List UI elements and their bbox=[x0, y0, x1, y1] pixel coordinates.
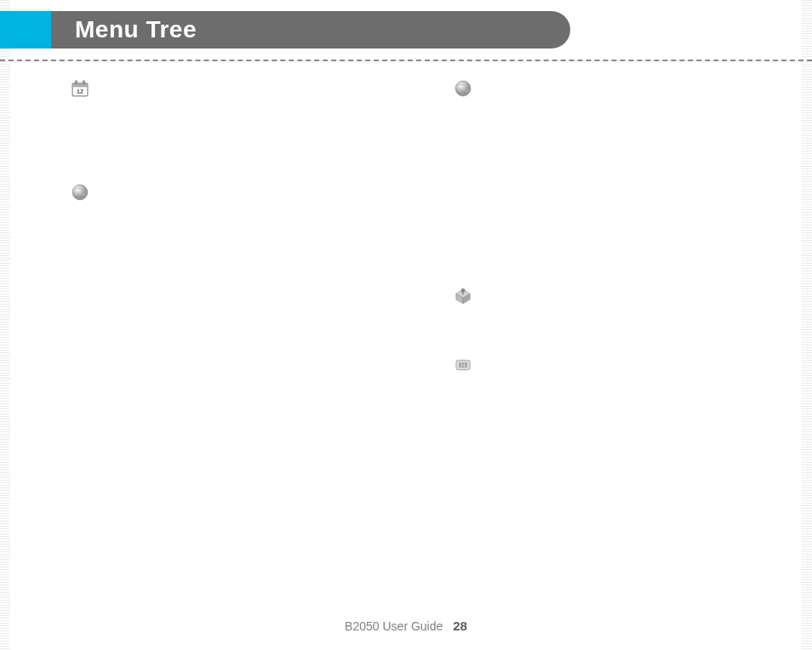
header-divider bbox=[0, 60, 812, 61]
section-items: 1T-Zones2Bookmarks3Go to URL4Settings bbox=[97, 211, 426, 280]
list-item: 4Picture bbox=[480, 158, 809, 175]
item-index: 8 bbox=[480, 227, 495, 244]
svg-rect-1 bbox=[72, 83, 88, 88]
globe-icon bbox=[451, 77, 475, 100]
item-label: Go to URL bbox=[112, 246, 164, 263]
page-number: 28 bbox=[453, 619, 467, 633]
section-header: *.Extras bbox=[451, 283, 809, 311]
calendar-icon: 12 bbox=[68, 77, 92, 100]
section-number: 8. bbox=[97, 180, 109, 197]
item-label: Picture bbox=[495, 158, 529, 175]
svg-rect-3 bbox=[83, 80, 84, 84]
item-label: Email bbox=[495, 227, 523, 244]
svg-point-5 bbox=[72, 185, 88, 200]
right-column: 9.t-zones1Home2Ringtone3Game4Picture5Spo… bbox=[451, 77, 809, 402]
item-index: 9 bbox=[480, 244, 495, 261]
menu-section: 0.SIM Tool Kit bbox=[451, 353, 809, 380]
svg-rect-8 bbox=[462, 291, 464, 295]
section-number: 9. bbox=[480, 77, 492, 94]
left-column: 127.Organiser1Calendar2To do list3Memo8.… bbox=[68, 77, 426, 302]
list-item: 2Ringtone bbox=[480, 124, 809, 141]
page-header: Menu Tree bbox=[0, 15, 812, 46]
section-items: 1Calendar2To do list3Memo bbox=[97, 107, 426, 158]
list-item: 3Go to URL bbox=[97, 246, 426, 263]
svg-rect-2 bbox=[75, 80, 77, 84]
list-item: 4Settings bbox=[97, 263, 426, 280]
section-number: 7. bbox=[97, 77, 109, 94]
menu-section: *.Extras1Games bbox=[451, 283, 809, 331]
svg-text:12: 12 bbox=[77, 88, 83, 95]
item-index: 2 bbox=[97, 229, 112, 246]
section-header: 8.Browser bbox=[68, 180, 426, 208]
section-header: 127.Organiser bbox=[68, 77, 426, 104]
footer-guide: B2050 User Guide bbox=[345, 619, 443, 633]
svg-point-6 bbox=[455, 81, 471, 96]
item-index: 5 bbox=[480, 176, 495, 193]
item-label: Sport bbox=[495, 176, 522, 193]
globe-icon bbox=[68, 180, 92, 204]
item-label: Connect bbox=[495, 244, 536, 261]
content-area: 127.Organiser1Calendar2To do list3Memo8.… bbox=[68, 77, 778, 599]
item-label: Game bbox=[495, 141, 525, 158]
list-item: 1Games bbox=[480, 314, 809, 331]
item-index: 2 bbox=[97, 124, 112, 141]
item-index: 4 bbox=[97, 263, 112, 280]
sim-icon bbox=[451, 353, 475, 377]
list-item: 1Home bbox=[480, 107, 809, 124]
footer: B2050 User Guide 28 bbox=[0, 619, 812, 633]
box-icon bbox=[451, 283, 475, 307]
item-index: 3 bbox=[97, 141, 112, 158]
section-items: 1Games bbox=[480, 314, 809, 331]
item-label: Home bbox=[495, 107, 525, 124]
page-title: Menu Tree bbox=[75, 16, 197, 43]
item-index: 3 bbox=[97, 246, 112, 263]
menu-section: 127.Organiser1Calendar2To do list3Memo bbox=[68, 77, 426, 158]
item-label: Settings bbox=[112, 263, 152, 280]
section-title: t-zones bbox=[497, 77, 548, 94]
svg-rect-10 bbox=[459, 362, 467, 368]
list-item: 5Sport bbox=[480, 176, 809, 193]
item-label: Calendar bbox=[112, 107, 157, 124]
header-accent bbox=[0, 11, 51, 48]
item-label: Horoscope bbox=[495, 210, 549, 227]
section-items: 1Home2Ringtone3Game4Picture5Sport6News7H… bbox=[480, 107, 809, 261]
section-number: 0. bbox=[480, 353, 492, 370]
menu-section: 9.t-zones1Home2Ringtone3Game4Picture5Spo… bbox=[451, 77, 809, 261]
item-index: 1 bbox=[97, 211, 112, 228]
list-item: 7Horoscope bbox=[480, 210, 809, 227]
section-header: 9.t-zones bbox=[451, 77, 809, 104]
item-index: 6 bbox=[480, 193, 495, 210]
item-index: 1 bbox=[480, 314, 495, 331]
list-item: 6News bbox=[480, 193, 809, 210]
section-header: 0.SIM Tool Kit bbox=[451, 353, 809, 380]
header-bar: Menu Tree bbox=[51, 11, 570, 48]
item-index: 4 bbox=[480, 158, 495, 175]
list-item: 3Game bbox=[480, 141, 809, 158]
list-item: 9Connect bbox=[480, 244, 809, 261]
item-label: T-Zones bbox=[112, 211, 153, 228]
list-item: 3Memo bbox=[97, 141, 426, 158]
item-index: 7 bbox=[480, 210, 495, 227]
item-label: Memo bbox=[112, 141, 143, 158]
item-index: 1 bbox=[480, 107, 495, 124]
list-item: 2To do list bbox=[97, 124, 426, 141]
section-title: Browser bbox=[114, 180, 172, 197]
menu-section: 8.Browser1T-Zones2Bookmarks3Go to URL4Se… bbox=[68, 180, 426, 280]
item-index: 1 bbox=[97, 107, 112, 124]
item-label: Games bbox=[495, 314, 531, 331]
item-index: 3 bbox=[480, 141, 495, 158]
item-label: Bookmarks bbox=[112, 229, 168, 246]
item-label: Ringtone bbox=[495, 124, 540, 141]
section-title: Extras bbox=[495, 283, 539, 300]
list-item: 2Bookmarks bbox=[97, 229, 426, 246]
list-item: 1Calendar bbox=[97, 107, 426, 124]
item-label: To do list bbox=[112, 124, 156, 141]
section-number: *. bbox=[480, 283, 489, 300]
section-title: SIM Tool Kit bbox=[497, 353, 580, 370]
section-title: Organiser bbox=[114, 77, 182, 94]
item-index: 2 bbox=[480, 124, 495, 141]
list-item: 1T-Zones bbox=[97, 211, 426, 228]
list-item: 8Email bbox=[480, 227, 809, 244]
item-label: News bbox=[495, 193, 523, 210]
